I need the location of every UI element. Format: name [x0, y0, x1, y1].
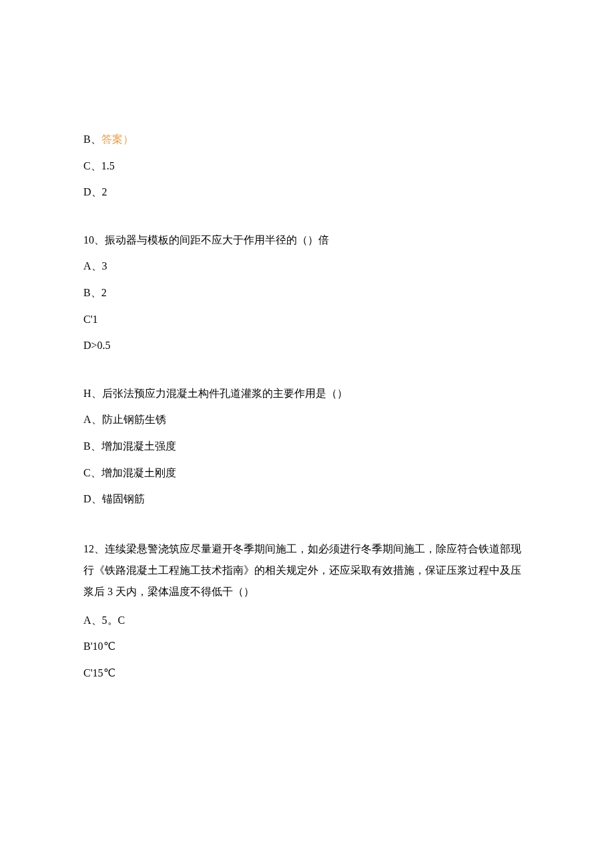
option-line: A、5。C [83, 612, 531, 629]
option-line: B、2 [83, 284, 531, 302]
document-page: B、答案） C、1.5 D、2 10、振动器与模板的间距不应大于作用半径的（）倍… [0, 0, 614, 682]
option-line: C'1 [83, 311, 531, 328]
question-12: 12、连续梁悬警浇筑应尽量避开冬季期间施工，如必须进行冬季期间施工，除应符合铁道… [83, 538, 531, 682]
option-line: C、1.5 [83, 157, 531, 175]
option-line: A、防止钢筋生锈 [83, 411, 531, 428]
question-10: 10、振动器与模板的间距不应大于作用半径的（）倍 A、3 B、2 C'1 D>0… [83, 232, 531, 354]
question-11: H、后张法预应力混凝土构件孔道灌浆的主要作用是（） A、防止钢筋生锈 B、增加混… [83, 385, 531, 508]
option-line: D>0.5 [83, 337, 531, 354]
option-b-prefix: B、 [83, 133, 101, 145]
option-line: A、3 [83, 258, 531, 275]
option-line: D、锚固钢筋 [83, 490, 531, 508]
question-text: H、后张法预应力混凝土构件孔道灌浆的主要作用是（） [83, 385, 531, 402]
option-line: D、2 [83, 183, 531, 201]
option-line: B、增加混凝土强度 [83, 438, 531, 455]
question-text: 12、连续梁悬警浇筑应尽量避开冬季期间施工，如必须进行冬季期间施工，除应符合铁道… [83, 538, 531, 602]
option-line: B、答案） [83, 131, 531, 148]
option-line: C、增加混凝土刚度 [83, 464, 531, 482]
question-text: 10、振动器与模板的间距不应大于作用半径的（）倍 [83, 232, 531, 249]
option-line: C'15℃ [83, 665, 531, 682]
question-9-remainder: B、答案） C、1.5 D、2 [83, 131, 531, 201]
answer-text: 答案） [101, 133, 133, 145]
option-line: B'10℃ [83, 638, 531, 655]
